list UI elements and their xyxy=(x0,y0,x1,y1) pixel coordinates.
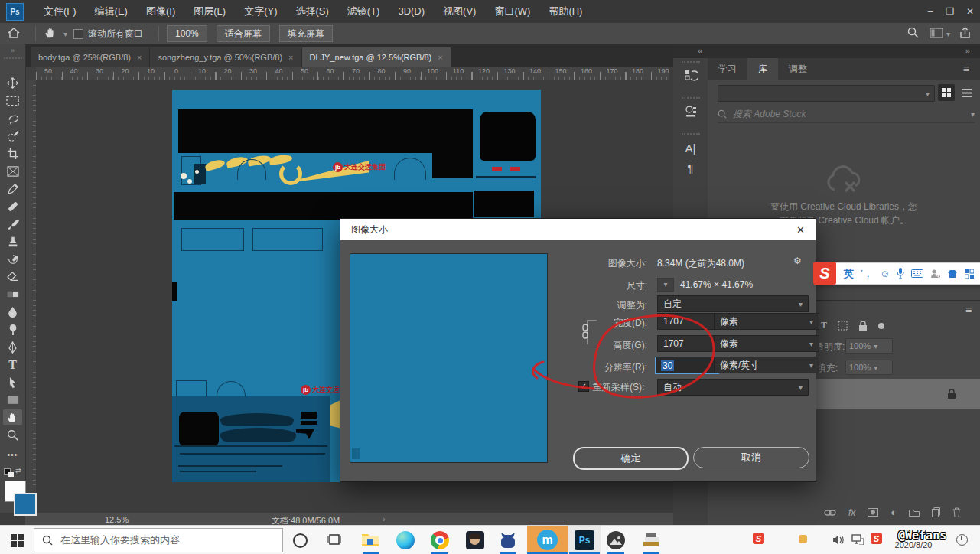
eyedropper-tool[interactable] xyxy=(3,181,22,197)
tab-close-icon[interactable]: × xyxy=(288,53,293,62)
active-app-highlight[interactable]: m xyxy=(527,526,568,554)
tab-dljy-new-tga[interactable]: DLJY_new.tga @ 12.5%(RGB/8)× xyxy=(302,47,451,67)
fit-to-select[interactable]: 自定▾ xyxy=(657,295,809,312)
hand-options-chevron-icon[interactable]: ▾ xyxy=(63,30,67,38)
paragraph-panel-icon[interactable]: ¶ xyxy=(673,157,708,179)
gradient-tool[interactable] xyxy=(3,286,22,302)
fit-screen-button[interactable]: 适合屏幕 xyxy=(217,25,270,42)
task-view-button[interactable] xyxy=(327,533,341,548)
share-icon[interactable] xyxy=(959,27,971,41)
ime-toolbox-icon[interactable]: 14 xyxy=(930,269,940,279)
photoshop-task-highlight[interactable]: Ps xyxy=(568,526,601,554)
fill-screen-button[interactable]: 填充屏幕 xyxy=(279,25,333,42)
layer-group-icon[interactable] xyxy=(909,508,920,517)
scroll-all-windows-checkbox[interactable] xyxy=(73,29,83,39)
expand-panels-icon[interactable]: » xyxy=(965,46,970,55)
tray-app-icon[interactable] xyxy=(799,535,807,543)
menu-item[interactable]: 图像(I) xyxy=(137,0,184,23)
layers-menu-icon[interactable]: ≡ xyxy=(965,304,972,316)
tab-body-tga[interactable]: body.tga @ 25%(RGB/8)× xyxy=(31,47,149,67)
menu-item[interactable]: 滤镜(T) xyxy=(338,0,389,23)
network-icon[interactable] xyxy=(851,534,864,547)
cortana-button[interactable] xyxy=(293,533,308,548)
lock-all-icon[interactable] xyxy=(858,321,868,331)
rectangle-tool[interactable] xyxy=(3,392,22,408)
menu-item[interactable]: 选择(S) xyxy=(286,0,337,23)
image-preview[interactable] xyxy=(350,253,548,463)
swap-colors-icon[interactable]: ⇄ xyxy=(15,467,21,474)
edit-toolbar-icon[interactable]: ••• xyxy=(3,447,22,463)
frame-tool[interactable] xyxy=(3,163,22,179)
minimize-button[interactable]: – xyxy=(920,3,940,20)
ime-punctuation-icon[interactable]: ’， xyxy=(861,267,873,281)
search-icon[interactable] xyxy=(907,27,919,41)
menu-item[interactable]: 3D(D) xyxy=(389,0,434,23)
restore-button[interactable]: ❐ xyxy=(940,3,960,20)
resolution-unit-select[interactable]: 像素/英寸▾ xyxy=(714,357,819,373)
history-panel-icon[interactable] xyxy=(673,67,708,86)
marquee-tool[interactable] xyxy=(3,93,22,109)
file-explorer-icon[interactable] xyxy=(361,532,379,549)
chrome-icon[interactable] xyxy=(431,531,449,549)
photos-app-icon[interactable] xyxy=(607,531,625,549)
ime-language-toggle[interactable]: 英 xyxy=(844,267,854,281)
history-brush-tool[interactable] xyxy=(3,251,22,267)
menu-item[interactable]: 编辑(E) xyxy=(86,0,137,23)
status-chevron-icon[interactable]: › xyxy=(383,514,386,523)
background-color-swatch[interactable] xyxy=(14,493,37,516)
width-input[interactable]: 1707 xyxy=(657,313,718,330)
fill-combo[interactable]: 100%▾ xyxy=(845,360,893,375)
tab-close-icon[interactable]: × xyxy=(137,53,142,62)
workspace-icon[interactable] xyxy=(930,28,943,41)
link-layers-icon[interactable] xyxy=(824,509,836,517)
workspace-chevron-icon[interactable]: ▾ xyxy=(946,30,950,38)
dialog-title-bar[interactable]: 图像大小 ✕ xyxy=(340,219,816,240)
tab-close-icon[interactable]: × xyxy=(438,53,442,62)
list-view-button[interactable] xyxy=(958,84,975,101)
resample-checkbox[interactable]: ✓ xyxy=(578,381,589,392)
pen-tool[interactable] xyxy=(3,339,22,355)
cancel-button[interactable]: 取消 xyxy=(693,447,809,468)
stock-search-row[interactable]: 搜索 Adobe Stock ▾ xyxy=(718,106,975,123)
resample-select[interactable]: 自动▾ xyxy=(657,379,809,396)
zoom-tool[interactable] xyxy=(3,427,22,443)
sogou-logo-icon[interactable]: S xyxy=(813,262,836,285)
character-panel-icon[interactable]: A| xyxy=(673,139,708,157)
height-unit-select[interactable]: 像素▾ xyxy=(714,335,819,352)
lock-position-icon[interactable] xyxy=(838,321,848,331)
delete-layer-icon[interactable] xyxy=(952,507,961,517)
properties-panel-icon[interactable] xyxy=(673,103,708,122)
width-unit-select[interactable]: 像素▾ xyxy=(714,313,819,330)
edge-icon[interactable] xyxy=(396,531,415,549)
cat-app-icon[interactable] xyxy=(499,532,517,551)
ime-keyboard-icon[interactable] xyxy=(911,269,923,278)
lock-text-icon[interactable]: T xyxy=(821,320,827,331)
zoom-100-button[interactable]: 100% xyxy=(167,25,207,42)
resolution-input[interactable]: 30 xyxy=(655,357,719,374)
tab-songzheng-tga[interactable]: songzheng_y.tga @ 50%(RGB/8)× xyxy=(150,47,301,67)
collapse-panels-icon[interactable]: « xyxy=(698,46,702,55)
sogou-tray-icon[interactable]: S xyxy=(753,533,764,544)
ime-grid-icon[interactable] xyxy=(965,269,974,279)
zoom-level[interactable]: 12.5% xyxy=(105,515,129,524)
notification-icon[interactable] xyxy=(956,534,968,546)
volume-icon[interactable] xyxy=(833,535,845,547)
ime-skin-icon[interactable] xyxy=(947,269,958,279)
default-colors-icon[interactable] xyxy=(4,467,14,477)
ok-button[interactable]: 确定 xyxy=(573,447,689,470)
game-app-icon[interactable] xyxy=(466,531,484,549)
dialog-close-icon[interactable]: ✕ xyxy=(796,224,805,236)
layer-style-icon[interactable]: fx xyxy=(848,507,855,518)
panel-menu-icon[interactable]: ≡ xyxy=(952,58,980,80)
ime-emoji-icon[interactable]: ☺ xyxy=(880,268,890,279)
adjustment-layer-icon[interactable]: ◐ xyxy=(890,507,897,518)
home-icon[interactable] xyxy=(8,28,20,41)
menu-item[interactable]: 文件(F) xyxy=(34,0,86,23)
crop-tool[interactable] xyxy=(3,145,22,161)
menu-item[interactable]: 图层(L) xyxy=(184,0,235,23)
clone-stamp-tool[interactable] xyxy=(3,233,22,249)
height-input[interactable]: 1707 xyxy=(657,335,718,352)
docs-app-icon[interactable] xyxy=(641,531,661,552)
eraser-tool[interactable] xyxy=(3,269,22,285)
lock-dot-icon[interactable] xyxy=(878,323,884,329)
